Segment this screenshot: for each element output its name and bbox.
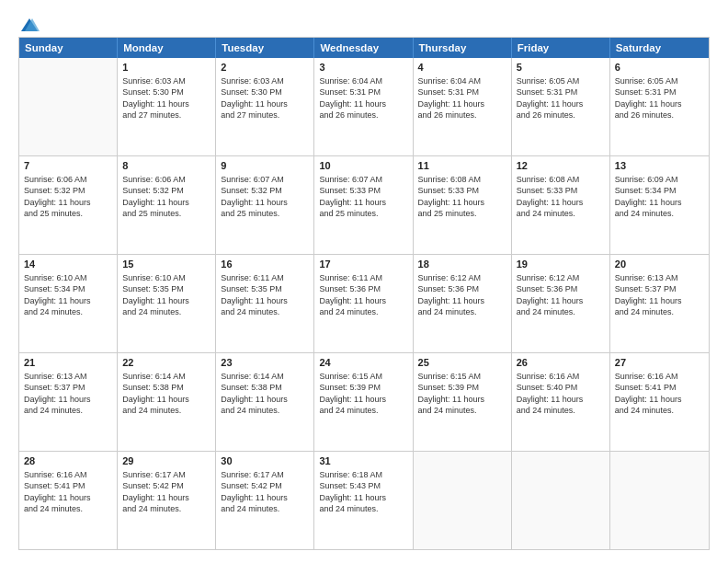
day-cell-16: 16Sunrise: 6:11 AM Sunset: 5:35 PM Dayli… [216, 255, 314, 352]
day-number: 20 [615, 258, 704, 271]
cell-info: Sunrise: 6:16 AM Sunset: 5:41 PM Dayligh… [24, 469, 112, 515]
calendar-header: SundayMondayTuesdayWednesdayThursdayFrid… [19, 38, 709, 58]
cell-info: Sunrise: 6:14 AM Sunset: 5:38 PM Dayligh… [122, 371, 210, 417]
day-number: 14 [24, 258, 112, 271]
cell-info: Sunrise: 6:07 AM Sunset: 5:33 PM Dayligh… [319, 174, 407, 220]
cell-info: Sunrise: 6:17 AM Sunset: 5:42 PM Dayligh… [221, 469, 309, 515]
cell-info: Sunrise: 6:12 AM Sunset: 5:36 PM Dayligh… [418, 272, 506, 318]
cell-info: Sunrise: 6:13 AM Sunset: 5:37 PM Dayligh… [24, 371, 112, 417]
day-cell-19: 19Sunrise: 6:12 AM Sunset: 5:36 PM Dayli… [512, 255, 610, 352]
calendar-body: 1Sunrise: 6:03 AM Sunset: 5:30 PM Daylig… [19, 58, 709, 549]
header-cell-tuesday: Tuesday [216, 38, 314, 58]
cell-info: Sunrise: 6:06 AM Sunset: 5:32 PM Dayligh… [122, 174, 210, 220]
calendar: SundayMondayTuesdayWednesdayThursdayFrid… [18, 37, 710, 550]
empty-cell [512, 452, 610, 549]
day-cell-15: 15Sunrise: 6:10 AM Sunset: 5:35 PM Dayli… [118, 255, 216, 352]
header-cell-sunday: Sunday [19, 38, 118, 58]
calendar-row-3: 14Sunrise: 6:10 AM Sunset: 5:34 PM Dayli… [19, 254, 709, 352]
day-number: 8 [122, 159, 210, 173]
day-number: 23 [221, 356, 309, 370]
day-cell-6: 6Sunrise: 6:05 AM Sunset: 5:31 PM Daylig… [610, 58, 709, 155]
day-number: 28 [24, 454, 112, 468]
calendar-row-5: 28Sunrise: 6:16 AM Sunset: 5:41 PM Dayli… [19, 451, 709, 549]
day-cell-22: 22Sunrise: 6:14 AM Sunset: 5:38 PM Dayli… [118, 353, 216, 451]
day-cell-4: 4Sunrise: 6:04 AM Sunset: 5:31 PM Daylig… [414, 58, 512, 155]
day-cell-9: 9Sunrise: 6:07 AM Sunset: 5:32 PM Daylig… [216, 156, 314, 254]
cell-info: Sunrise: 6:04 AM Sunset: 5:31 PM Dayligh… [319, 75, 407, 121]
cell-info: Sunrise: 6:05 AM Sunset: 5:31 PM Dayligh… [517, 75, 605, 121]
day-cell-13: 13Sunrise: 6:09 AM Sunset: 5:34 PM Dayli… [610, 156, 709, 254]
day-number: 7 [24, 159, 112, 173]
cell-info: Sunrise: 6:09 AM Sunset: 5:34 PM Dayligh… [615, 174, 704, 220]
day-number: 29 [122, 454, 210, 468]
day-cell-21: 21Sunrise: 6:13 AM Sunset: 5:37 PM Dayli… [19, 353, 118, 451]
cell-info: Sunrise: 6:08 AM Sunset: 5:33 PM Dayligh… [418, 174, 506, 220]
day-number: 1 [122, 61, 210, 75]
day-number: 9 [221, 159, 309, 173]
day-cell-18: 18Sunrise: 6:12 AM Sunset: 5:36 PM Dayli… [414, 255, 512, 352]
header [18, 17, 710, 29]
header-cell-friday: Friday [512, 38, 610, 58]
day-number: 24 [319, 356, 407, 370]
day-number: 18 [418, 258, 506, 271]
day-number: 12 [517, 159, 605, 173]
day-number: 31 [319, 454, 407, 468]
day-cell-23: 23Sunrise: 6:14 AM Sunset: 5:38 PM Dayli… [216, 353, 314, 451]
day-cell-1: 1Sunrise: 6:03 AM Sunset: 5:30 PM Daylig… [118, 58, 216, 155]
cell-info: Sunrise: 6:14 AM Sunset: 5:38 PM Dayligh… [221, 371, 309, 417]
cell-info: Sunrise: 6:12 AM Sunset: 5:36 PM Dayligh… [517, 272, 605, 318]
day-cell-20: 20Sunrise: 6:13 AM Sunset: 5:37 PM Dayli… [610, 255, 709, 352]
header-cell-thursday: Thursday [414, 38, 512, 58]
day-number: 21 [24, 356, 112, 370]
day-cell-26: 26Sunrise: 6:16 AM Sunset: 5:40 PM Dayli… [512, 353, 610, 451]
cell-info: Sunrise: 6:04 AM Sunset: 5:31 PM Dayligh… [418, 75, 506, 121]
empty-cell [610, 452, 709, 549]
cell-info: Sunrise: 6:05 AM Sunset: 5:31 PM Dayligh… [615, 75, 704, 121]
cell-info: Sunrise: 6:11 AM Sunset: 5:36 PM Dayligh… [319, 272, 407, 318]
day-number: 15 [122, 258, 210, 271]
day-number: 11 [418, 159, 506, 173]
day-number: 19 [517, 258, 605, 271]
day-number: 27 [615, 356, 704, 370]
day-cell-12: 12Sunrise: 6:08 AM Sunset: 5:33 PM Dayli… [512, 156, 610, 254]
day-number: 13 [615, 159, 704, 173]
day-cell-30: 30Sunrise: 6:17 AM Sunset: 5:42 PM Dayli… [216, 452, 314, 549]
cell-info: Sunrise: 6:16 AM Sunset: 5:41 PM Dayligh… [615, 371, 704, 417]
day-cell-8: 8Sunrise: 6:06 AM Sunset: 5:32 PM Daylig… [118, 156, 216, 254]
day-cell-25: 25Sunrise: 6:15 AM Sunset: 5:39 PM Dayli… [414, 353, 512, 451]
day-number: 5 [517, 61, 605, 75]
day-number: 10 [319, 159, 407, 173]
day-number: 3 [319, 61, 407, 75]
cell-info: Sunrise: 6:15 AM Sunset: 5:39 PM Dayligh… [418, 371, 506, 417]
cell-info: Sunrise: 6:10 AM Sunset: 5:34 PM Dayligh… [24, 272, 112, 318]
calendar-row-4: 21Sunrise: 6:13 AM Sunset: 5:37 PM Dayli… [19, 352, 709, 451]
day-cell-10: 10Sunrise: 6:07 AM Sunset: 5:33 PM Dayli… [314, 156, 413, 254]
logo-icon [19, 17, 40, 33]
header-cell-monday: Monday [118, 38, 216, 58]
empty-cell [414, 452, 512, 549]
logo [18, 17, 40, 29]
day-cell-5: 5Sunrise: 6:05 AM Sunset: 5:31 PM Daylig… [512, 58, 610, 155]
day-number: 2 [221, 61, 309, 75]
cell-info: Sunrise: 6:10 AM Sunset: 5:35 PM Dayligh… [122, 272, 210, 318]
day-number: 17 [319, 258, 407, 271]
day-number: 16 [221, 258, 309, 271]
day-number: 25 [418, 356, 506, 370]
cell-info: Sunrise: 6:03 AM Sunset: 5:30 PM Dayligh… [221, 75, 309, 121]
header-cell-wednesday: Wednesday [314, 38, 413, 58]
day-cell-17: 17Sunrise: 6:11 AM Sunset: 5:36 PM Dayli… [314, 255, 413, 352]
cell-info: Sunrise: 6:13 AM Sunset: 5:37 PM Dayligh… [615, 272, 704, 318]
day-number: 22 [122, 356, 210, 370]
cell-info: Sunrise: 6:11 AM Sunset: 5:35 PM Dayligh… [221, 272, 309, 318]
cell-info: Sunrise: 6:07 AM Sunset: 5:32 PM Dayligh… [221, 174, 309, 220]
day-cell-2: 2Sunrise: 6:03 AM Sunset: 5:30 PM Daylig… [216, 58, 314, 155]
day-number: 26 [517, 356, 605, 370]
calendar-row-1: 1Sunrise: 6:03 AM Sunset: 5:30 PM Daylig… [19, 58, 709, 155]
cell-info: Sunrise: 6:15 AM Sunset: 5:39 PM Dayligh… [319, 371, 407, 417]
day-cell-31: 31Sunrise: 6:18 AM Sunset: 5:43 PM Dayli… [314, 452, 413, 549]
day-cell-14: 14Sunrise: 6:10 AM Sunset: 5:34 PM Dayli… [19, 255, 118, 352]
day-cell-3: 3Sunrise: 6:04 AM Sunset: 5:31 PM Daylig… [314, 58, 413, 155]
calendar-row-2: 7Sunrise: 6:06 AM Sunset: 5:32 PM Daylig… [19, 155, 709, 254]
day-cell-24: 24Sunrise: 6:15 AM Sunset: 5:39 PM Dayli… [314, 353, 413, 451]
day-number: 30 [221, 454, 309, 468]
